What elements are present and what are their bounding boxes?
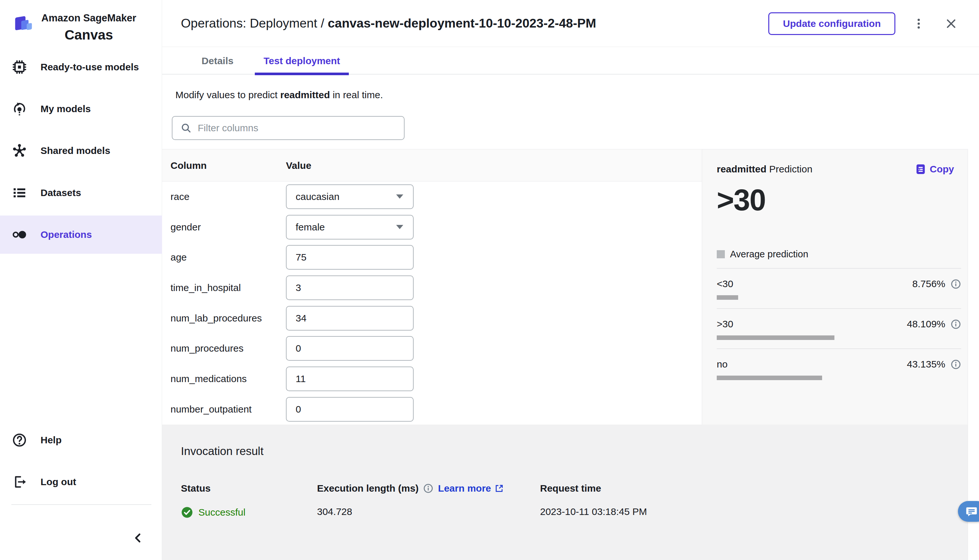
sidebar-item-label: Ready-to-use models	[40, 62, 139, 73]
row-label: num_medications	[170, 373, 247, 384]
table-header-row: Column Value	[162, 149, 702, 182]
table-row-gender: gender female	[162, 212, 702, 242]
sidebar-item-shared-models[interactable]: Shared models	[0, 132, 162, 170]
search-icon	[180, 122, 192, 134]
legend-label: Average prediction	[730, 249, 808, 260]
probability-label: <30	[717, 278, 733, 289]
execution-length-label: Execution length (ms) Learn more	[317, 483, 504, 494]
info-icon[interactable]	[951, 359, 961, 370]
sidebar-item-my-models[interactable]: My models	[0, 90, 162, 128]
probability-value: 8.756%	[912, 278, 945, 289]
sidebar-item-datasets[interactable]: Datasets	[0, 174, 162, 212]
chip-icon	[12, 59, 27, 75]
number-outpatient-input[interactable]	[296, 404, 393, 415]
copy-icon	[916, 164, 926, 175]
sidebar-item-label: Operations	[40, 229, 92, 240]
success-check-icon	[181, 506, 193, 518]
learn-more-link[interactable]: Learn more	[438, 483, 504, 494]
age-field-box	[286, 245, 414, 270]
probability-bar-track	[717, 335, 961, 340]
sidebar-item-label: Log out	[40, 477, 76, 487]
kebab-menu-icon	[912, 17, 925, 30]
num-medications-input[interactable]	[296, 373, 393, 384]
close-icon	[945, 18, 957, 30]
modal-header: Operations: Deployment / canvas-new-depl…	[162, 0, 979, 47]
table-row-num-procedures: num_procedures	[162, 333, 702, 363]
scroll-gutter[interactable]	[968, 149, 979, 560]
probability-value: 43.135%	[907, 359, 945, 370]
race-select-value: caucasian	[296, 191, 339, 202]
deployment-name: canvas-new-deployment-10-10-2023-2-48-PM	[328, 16, 596, 30]
probability-line: >30 48.109%	[717, 318, 961, 330]
chat-widget-button[interactable]	[958, 501, 979, 522]
prediction-panel-header: readmitted Prediction Copy	[717, 164, 961, 175]
filter-columns-box	[172, 116, 405, 140]
tab-details[interactable]: Details	[193, 47, 242, 75]
predicted-value: >30	[717, 183, 961, 217]
sidebar-item-ready-to-use-models[interactable]: Ready-to-use models	[0, 48, 162, 86]
sidebar-item-logout[interactable]: Log out	[0, 463, 162, 501]
gender-select-value: female	[296, 222, 325, 233]
input-table: Column Value race caucasian gender femal…	[162, 149, 702, 425]
intro-suffix: in real time.	[330, 90, 383, 100]
race-select[interactable]: caucasian	[286, 184, 414, 209]
probability-bar	[717, 335, 834, 340]
brand-line2: Canvas	[40, 27, 137, 43]
header-actions: Update configuration	[768, 0, 960, 47]
intro-text: Modify values to predict readmitted in r…	[175, 90, 383, 100]
collapse-sidebar-button[interactable]	[129, 529, 147, 547]
sidebar-item-operations[interactable]: Operations	[0, 215, 162, 254]
close-modal-button[interactable]	[942, 15, 960, 33]
request-time-value: 2023-10-11 03:18:45 PM	[540, 506, 647, 517]
table-row-race: race caucasian	[162, 182, 702, 212]
sidebar-item-help[interactable]: Help	[0, 421, 162, 459]
update-configuration-button[interactable]: Update configuration	[768, 12, 896, 35]
copy-label: Copy	[930, 164, 954, 175]
probability-label: >30	[717, 318, 733, 330]
row-label: race	[170, 191, 189, 202]
probability-value: 48.109%	[907, 318, 945, 330]
time-in-hospital-field-box	[286, 275, 414, 300]
row-label: time_in_hospital	[170, 282, 241, 293]
prediction-target: readmitted	[717, 164, 766, 174]
probability-bar-track	[717, 376, 961, 380]
age-input[interactable]	[296, 252, 393, 263]
status-text: Successful	[198, 507, 245, 518]
gender-select[interactable]: female	[286, 215, 414, 240]
probability-bar	[717, 376, 822, 380]
prediction-title-suffix: Prediction	[766, 164, 812, 174]
num-lab-procedures-field-box	[286, 306, 414, 330]
row-label: gender	[170, 222, 201, 233]
table-row-num-medications: num_medications	[162, 363, 702, 394]
probability-bar	[717, 295, 738, 300]
copy-button[interactable]: Copy	[916, 164, 954, 175]
model-refresh-icon	[12, 101, 27, 117]
divider	[717, 308, 961, 309]
info-icon[interactable]	[423, 483, 434, 493]
sidebar-item-label: Shared models	[40, 145, 110, 156]
chevron-left-icon	[132, 532, 144, 544]
tab-bar: Details Test deployment	[162, 47, 979, 75]
network-icon	[12, 143, 27, 158]
sidebar-item-label: Help	[40, 435, 62, 446]
external-link-icon	[494, 483, 504, 493]
num-lab-procedures-input[interactable]	[296, 313, 393, 324]
tab-test-deployment[interactable]: Test deployment	[255, 47, 349, 75]
row-label: num_procedures	[170, 343, 243, 354]
caret-down-icon	[396, 195, 403, 199]
info-icon[interactable]	[951, 319, 961, 330]
row-label: num_lab_procedures	[170, 313, 262, 324]
time-in-hospital-input[interactable]	[296, 282, 393, 293]
more-options-button[interactable]	[910, 15, 928, 33]
intro-target: readmitted	[280, 90, 330, 100]
num-procedures-input[interactable]	[296, 343, 393, 354]
page-title: Operations: Deployment / canvas-new-depl…	[181, 16, 596, 30]
filter-columns-input[interactable]	[198, 122, 399, 133]
invocation-result-section: Invocation result Status Execution lengt…	[162, 425, 968, 560]
num-medications-field-box	[286, 367, 414, 391]
probability-bar-track	[717, 295, 961, 300]
status-label: Status	[181, 483, 211, 494]
logout-icon	[12, 474, 27, 490]
info-icon[interactable]	[951, 279, 961, 289]
brand-text: Amazon SageMaker Canvas	[40, 10, 137, 43]
